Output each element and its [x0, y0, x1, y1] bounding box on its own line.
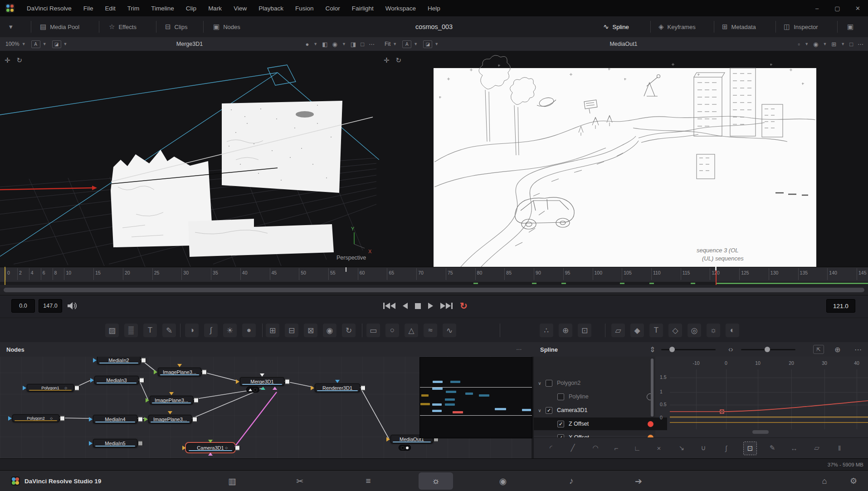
color-control-icon[interactable]: ●: [306, 41, 309, 48]
output-port[interactable]: [202, 369, 207, 374]
keyframe-bar[interactable]: [522, 409, 531, 411]
page-cut-button[interactable]: ✂: [283, 472, 317, 490]
buffer-a-select[interactable]: A▼: [402, 40, 418, 48]
node-mediain4[interactable]: MediaIn4: [93, 415, 137, 423]
settings-button[interactable]: ⚙: [844, 472, 863, 490]
p-directional-force-icon[interactable]: ⊕: [559, 324, 572, 337]
keyframe-bar[interactable]: [450, 381, 460, 383]
spline-button[interactable]: ∿Spline: [603, 16, 629, 37]
spline-options-icon[interactable]: ⋯: [854, 342, 863, 357]
insert-key-icon[interactable]: ✎: [766, 442, 779, 454]
input-port[interactable]: [236, 379, 239, 384]
stop-button[interactable]: [415, 303, 421, 309]
rotate-tool-icon[interactable]: ↻: [396, 56, 402, 64]
graph-hscrollbar[interactable]: [752, 430, 769, 434]
camera-input-port[interactable]: [273, 387, 277, 390]
interface-toggle-button[interactable]: ▾: [9, 16, 13, 37]
show-keys-icon[interactable]: ‖: [833, 442, 846, 454]
menu-item-edit[interactable]: Edit: [99, 5, 122, 12]
media-pool-button[interactable]: ▤Media Pool: [40, 16, 79, 37]
menu-item-clip[interactable]: Clip: [180, 5, 202, 12]
playhead-handle[interactable]: [715, 267, 717, 270]
node-mediain3[interactable]: MediaIn3: [94, 376, 139, 384]
go-to-start-button[interactable]: [383, 303, 395, 309]
chevron-down-icon[interactable]: ∨: [534, 408, 546, 413]
merge-icon[interactable]: ⊞: [266, 324, 279, 337]
merge-3d-icon[interactable]: ◇: [668, 324, 682, 337]
scene-input-port[interactable]: [261, 387, 265, 390]
keyframe-bar[interactable]: [465, 393, 473, 395]
minimize-button[interactable]: –: [807, 0, 827, 16]
keyer-icon[interactable]: ◉: [323, 324, 336, 337]
fit-splines-button[interactable]: ⇱: [813, 342, 824, 357]
input-port[interactable]: [146, 398, 149, 403]
frame-icon[interactable]: □: [361, 41, 364, 48]
top-input-port[interactable]: [335, 380, 340, 383]
nodes-options-icon[interactable]: ⋯: [516, 342, 522, 357]
spline-tree-item-polygon2[interactable]: ∨Polygon2: [534, 377, 655, 389]
color-corrector-icon[interactable]: ◑: [185, 324, 199, 337]
buffer-a-select[interactable]: A▼: [31, 40, 47, 48]
metadata-button[interactable]: ⊞Metadata: [722, 16, 756, 37]
input-port[interactable]: [89, 441, 93, 446]
menu-item-timeline[interactable]: Timeline: [145, 5, 180, 12]
cycle-icon[interactable]: ∪: [697, 442, 710, 454]
chevron-down-icon[interactable]: ∨: [534, 381, 546, 386]
step-in-icon[interactable]: ∟: [631, 442, 644, 454]
horizontal-zoom-slider[interactable]: [741, 342, 795, 357]
keyframe-bar[interactable]: [432, 388, 443, 390]
loop-button[interactable]: ↻: [460, 301, 468, 310]
audio-mute-icon[interactable]: [67, 301, 77, 310]
output-port[interactable]: [74, 385, 79, 390]
menu-item-color[interactable]: Color: [319, 5, 346, 12]
renderer-3d-icon[interactable]: ◐: [726, 324, 739, 337]
pan-tool-icon[interactable]: ✛: [384, 56, 390, 64]
text-3d-icon[interactable]: T: [649, 324, 663, 337]
keyframe-bar[interactable]: [453, 411, 463, 413]
top-input-port[interactable]: [260, 373, 264, 377]
visibility-checkbox[interactable]: [546, 380, 552, 387]
channel-booleans-icon[interactable]: ⊠: [304, 324, 317, 337]
spline-tree-item-camera3d1[interactable]: ∨✓Camera3D1: [534, 404, 655, 417]
page-edit-button[interactable]: ≡: [351, 472, 385, 490]
step-out-icon[interactable]: ⌐: [610, 442, 623, 454]
page-deliver-button[interactable]: ➔: [621, 472, 656, 490]
blur-icon[interactable]: ●: [242, 324, 256, 337]
maximize-button[interactable]: ▢: [827, 0, 848, 16]
project-manager-button[interactable]: ⌂: [815, 472, 834, 490]
vertical-zoom-slider[interactable]: [661, 342, 716, 357]
keyframe-bar[interactable]: [420, 403, 430, 405]
keyframe-bar[interactable]: [445, 398, 455, 401]
input-port[interactable]: [89, 417, 93, 422]
input-port[interactable]: [154, 370, 157, 374]
guides-grid-icon[interactable]: ⊞: [831, 41, 836, 48]
zoom-tool-icon[interactable]: ⊕: [834, 342, 840, 357]
node-imageplane3[interactable]: ImagePlane3...: [150, 396, 193, 404]
transform-icon[interactable]: ↻: [342, 324, 356, 337]
input-port[interactable]: [90, 378, 94, 383]
visibility-checkbox[interactable]: ✓: [557, 421, 564, 427]
input-port[interactable]: [8, 416, 12, 421]
split-view-icon[interactable]: ◨: [351, 41, 356, 48]
node-merge3d1[interactable]: Merge3D1: [240, 377, 284, 386]
layers-icon[interactable]: ◧: [322, 41, 327, 48]
background-icon[interactable]: ▨: [105, 324, 119, 337]
shape-3d-icon[interactable]: ◆: [630, 324, 644, 337]
output-port[interactable]: [361, 385, 366, 390]
keyframe-bar[interactable]: [433, 381, 443, 383]
reverse-icon[interactable]: ↘: [675, 442, 688, 454]
menu-item-help[interactable]: Help: [422, 5, 446, 12]
go-to-end-button[interactable]: [440, 303, 453, 309]
input-port[interactable]: [144, 417, 148, 422]
effects-button[interactable]: ☆Effects: [109, 16, 137, 37]
top-input-port[interactable]: [177, 364, 182, 367]
keyframes-button[interactable]: ◈Keyframes: [658, 16, 696, 37]
slider-knob[interactable]: [765, 347, 770, 352]
fast-noise-icon[interactable]: ▒: [124, 324, 138, 337]
spline-tree-item-z-offset[interactable]: ✓Z Offset: [534, 417, 667, 430]
play-reverse-button[interactable]: [403, 303, 408, 309]
visibility-checkbox[interactable]: [557, 393, 564, 400]
keyframe-bar[interactable]: [495, 408, 506, 410]
node-camera3d1[interactable]: Camera3D1◇: [186, 443, 234, 452]
paint-icon[interactable]: ✎: [162, 324, 176, 337]
